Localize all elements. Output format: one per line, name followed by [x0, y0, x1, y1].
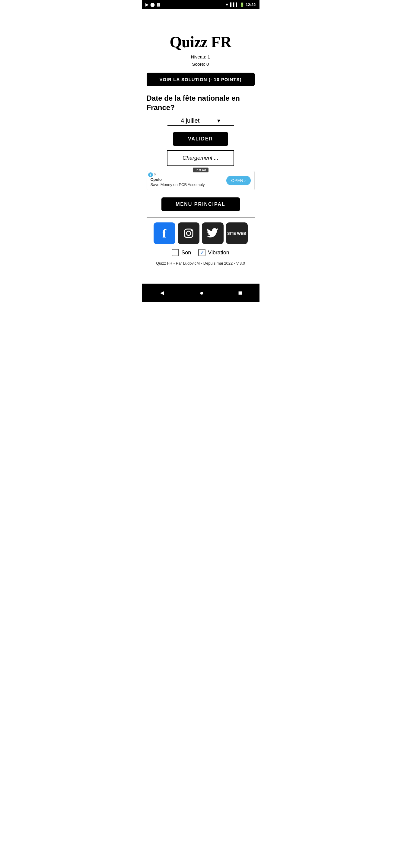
status-left-icons: ▶ ⬤ ▦	[145, 2, 160, 7]
ad-test-label: Test Ad	[193, 167, 208, 173]
ad-left-content: Opulo Save Money on PCB Assembly	[150, 174, 205, 187]
status-bar: ▶ ⬤ ▦ ▼ ▌▌▌ 🔋 12:22	[142, 0, 259, 9]
twitter-icon[interactable]	[202, 222, 224, 244]
back-button[interactable]: ◄	[153, 287, 171, 299]
level-score: Niveau: 1 Score: 0	[191, 53, 210, 68]
ad-open-button[interactable]: OPEN ›	[226, 176, 251, 185]
instagram-svg	[182, 227, 195, 239]
battery-icon: 🔋	[239, 2, 245, 7]
wifi-icon: ▼	[225, 2, 229, 7]
son-checkbox[interactable]	[172, 249, 179, 256]
solution-button[interactable]: VOIR LA SOLUTION (- 10 POINTS)	[147, 73, 255, 86]
record-icon: ⬤	[150, 2, 155, 7]
svg-point-1	[187, 231, 191, 236]
time-display: 12:22	[246, 2, 256, 7]
son-checkbox-item[interactable]: Son	[172, 249, 191, 256]
siteweb-icon[interactable]: SITE WEB	[226, 222, 248, 244]
home-button[interactable]: ●	[194, 287, 210, 299]
facebook-letter: f	[162, 226, 166, 241]
social-icons-row: f SITE WEB	[153, 222, 248, 244]
checkmark-icon: ✓	[200, 250, 204, 255]
niveau-text: Niveau: 1	[191, 53, 210, 61]
son-label: Son	[181, 250, 191, 256]
score-text: Score: 0	[191, 61, 210, 68]
checkboxes-row: Son ✓ Vibration	[172, 249, 229, 256]
valider-button[interactable]: VALIDER	[173, 132, 228, 146]
siteweb-text: SITE WEB	[227, 231, 246, 236]
menu-principal-button[interactable]: MENU PRINCIPAL	[162, 197, 240, 211]
signal-icon: ▌▌▌	[230, 2, 239, 7]
logo-area: Quizz FR	[170, 33, 231, 51]
question-text: Date de la fête nationale en France?	[147, 93, 255, 112]
vibration-checkbox-item[interactable]: ✓ Vibration	[198, 249, 229, 256]
status-right-icons: ▼ ▌▌▌ 🔋 12:22	[225, 2, 256, 7]
answer-select[interactable]: 4 juillet 14 juillet 1er mai 11 novembre	[181, 117, 223, 124]
divider	[147, 217, 255, 218]
svg-point-2	[191, 230, 192, 231]
footer-text: Quizz FR - Par LudovicM - Depuis mai 202…	[156, 261, 245, 266]
vibration-label: Vibration	[208, 250, 229, 256]
twitter-svg	[207, 228, 219, 239]
shield-icon: ▶	[145, 2, 148, 7]
instagram-icon[interactable]	[178, 222, 199, 244]
ad-description: Save Money on PCB Assembly	[150, 182, 205, 187]
main-content: Quizz FR Niveau: 1 Score: 0 VOIR LA SOLU…	[142, 9, 259, 272]
layers-icon: ▦	[156, 2, 160, 7]
ad-brand: Opulo	[150, 177, 205, 182]
answer-dropdown-wrapper[interactable]: 4 juillet 14 juillet 1er mai 11 novembre…	[168, 117, 234, 126]
app-title: Quizz FR	[170, 33, 231, 51]
chargement-box: Chargement ...	[167, 150, 234, 166]
ad-info-icon: i	[148, 173, 153, 177]
ad-banner: Test Ad i ✕ Opulo Save Money on PCB Asse…	[147, 171, 255, 190]
ad-close-icon[interactable]: ✕	[153, 173, 156, 177]
vibration-checkbox[interactable]: ✓	[198, 249, 205, 256]
recent-button[interactable]: ■	[232, 287, 248, 299]
bottom-nav: ◄ ● ■	[142, 284, 259, 302]
facebook-icon[interactable]: f	[153, 222, 175, 244]
